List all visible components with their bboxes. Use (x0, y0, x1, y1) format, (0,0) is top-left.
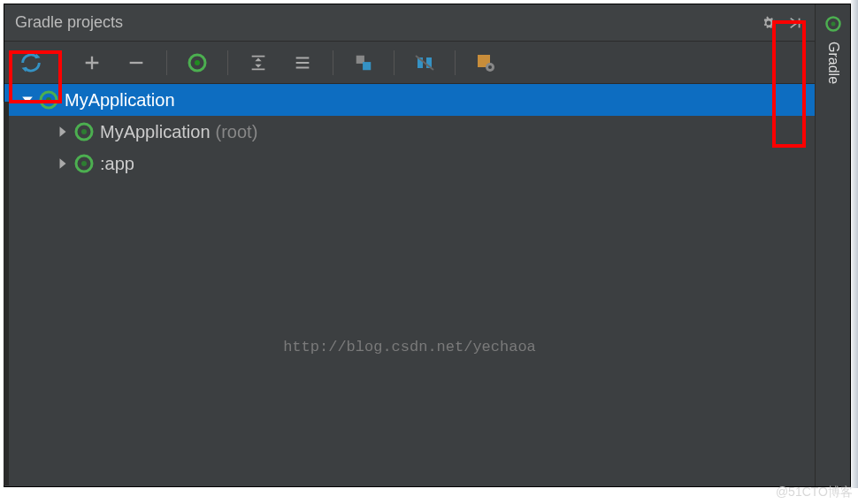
svg-point-10 (488, 65, 492, 69)
panel-title: Gradle projects (15, 13, 123, 32)
hide-icon[interactable] (788, 15, 804, 31)
tree-node-label: MyApplication (65, 90, 175, 111)
svg-point-16 (81, 161, 87, 166)
chevron-right-icon[interactable] (52, 157, 73, 170)
gear-icon[interactable] (760, 14, 778, 32)
tree-node-label: :app (100, 154, 134, 174)
modules-button[interactable] (346, 45, 381, 80)
side-tab-label: Gradle (825, 42, 841, 84)
svg-point-12 (46, 97, 51, 103)
panel-header: Gradle projects (4, 4, 815, 42)
gradle-side-tab[interactable]: Gradle (815, 4, 850, 486)
project-tree: MyApplication MyApplication (root) (4, 84, 815, 486)
remove-button[interactable] (119, 45, 154, 80)
collapse-all-button[interactable] (285, 45, 320, 80)
gradle-project-icon (73, 121, 95, 142)
settings-button[interactable] (468, 45, 503, 80)
svg-point-2 (195, 60, 200, 65)
tree-node-child[interactable]: MyApplication (root) (4, 116, 815, 148)
chevron-right-icon[interactable] (52, 126, 73, 138)
svg-rect-4 (363, 62, 371, 70)
chevron-down-icon[interactable] (17, 94, 38, 106)
watermark-text: http://blog.csdn.net/yechaoa (283, 339, 536, 355)
refresh-button[interactable] (13, 45, 49, 80)
credit-text: @51CTO博客 (776, 485, 853, 500)
tree-node-label: MyApplication (100, 122, 211, 142)
gradle-project-icon (38, 89, 59, 111)
offline-button[interactable] (407, 45, 442, 80)
svg-point-14 (81, 129, 87, 134)
gradle-icon-button[interactable] (180, 45, 215, 80)
toolbar (4, 42, 815, 84)
expand-all-button[interactable] (241, 45, 276, 80)
gradle-project-icon (73, 153, 95, 174)
tree-node-suffix: (root) (216, 122, 258, 142)
tree-node-root[interactable]: MyApplication (4, 84, 815, 116)
svg-point-18 (831, 22, 835, 27)
gradle-icon (824, 15, 842, 33)
add-button[interactable] (74, 45, 110, 80)
tree-node-child[interactable]: :app (4, 148, 815, 179)
gradle-panel: Gradle projects (4, 4, 815, 486)
